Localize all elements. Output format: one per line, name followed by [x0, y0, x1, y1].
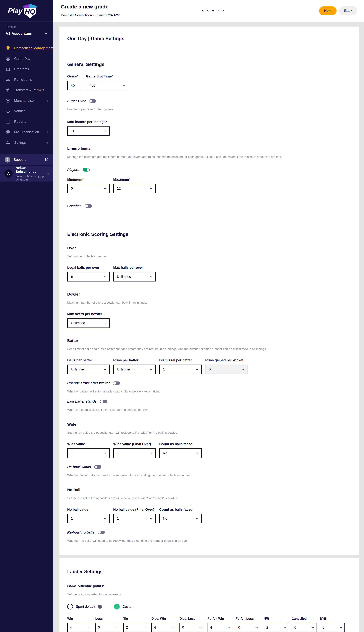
- overs-input[interactable]: 40: [67, 81, 82, 90]
- select-value: 2: [126, 626, 128, 630]
- runs-per-batter-select[interactable]: Unlimited: [113, 364, 156, 374]
- tie-select[interactable]: 2: [123, 623, 148, 632]
- sidebar-item-transfers-permits[interactable]: Transfers & Permits: [0, 85, 53, 96]
- page-title: Create a new grade: [61, 4, 108, 10]
- chevron-down-icon: [199, 626, 202, 628]
- legal-balls-select[interactable]: 6: [67, 272, 110, 282]
- back-button[interactable]: Back: [339, 6, 358, 15]
- chevron-down-icon: [115, 626, 118, 628]
- last-batter-help: When the tenth wicket falls, the last ba…: [67, 408, 350, 412]
- sidebar-item-label: Programs: [14, 67, 48, 71]
- logo-text: Play: [8, 6, 22, 15]
- chevron-down-icon: [340, 626, 342, 628]
- forfeit-win-select[interactable]: 4: [208, 623, 232, 632]
- main-content: One Day | Game Settings General Settings…: [59, 26, 359, 632]
- select-value: No: [163, 516, 167, 520]
- scoreboard-icon: [6, 56, 10, 61]
- no-ball-count-select[interactable]: No: [159, 514, 202, 524]
- outcome-field-cancelled: Cancelled0: [292, 617, 316, 632]
- sidebar-item-programs[interactable]: Programs: [0, 64, 53, 74]
- wide-count-select[interactable]: No: [159, 448, 202, 458]
- select-value: 4: [70, 626, 72, 630]
- radio-icon[interactable]: [67, 604, 73, 610]
- change-strike-toggle[interactable]: [113, 382, 120, 385]
- sidebar-item-reports[interactable]: Reports: [0, 116, 53, 127]
- chevron-down-icon: [150, 275, 152, 278]
- max-batters-select[interactable]: 11: [67, 126, 110, 136]
- sidebar-item-venues[interactable]: Venues: [0, 106, 53, 116]
- custom-option[interactable]: Custom: [114, 604, 134, 610]
- no-ball-final-over-select[interactable]: 1: [113, 514, 156, 524]
- runs-per-batter-field: Runs per batter Unlimited: [113, 358, 156, 374]
- sidebar-item-merchandise[interactable]: Merchandise+: [0, 96, 53, 106]
- change-strike-label: Change strike after wicket: [67, 381, 110, 385]
- bye-select[interactable]: 0: [320, 623, 344, 632]
- chevron-down-icon: [104, 129, 106, 132]
- field-label: Minimum*: [67, 178, 110, 182]
- sidebar-item-support[interactable]: ? Support: [0, 154, 53, 165]
- last-batter-label: Last batter stands: [67, 400, 97, 404]
- outcome-field-bye: BYE0: [320, 617, 344, 632]
- field-label: No ball value: [67, 508, 110, 512]
- sidebar-item-participants[interactable]: Participants: [0, 74, 53, 85]
- super-over-toggle[interactable]: [89, 99, 96, 103]
- chevron-down-icon: [104, 368, 106, 370]
- plus-icon[interactable]: +: [46, 98, 48, 103]
- wide-value-select[interactable]: 1: [67, 448, 110, 458]
- radio-label: Custom: [122, 605, 134, 608]
- info-icon[interactable]: [98, 605, 102, 608]
- loss-select[interactable]: 0: [95, 623, 120, 632]
- sidebar-item-my-organisation[interactable]: My Organisation+: [0, 127, 53, 138]
- wide-final-over-select[interactable]: 1: [113, 448, 156, 458]
- cancelled-select[interactable]: 0: [292, 623, 316, 632]
- chevron-down-icon: [227, 626, 230, 628]
- chevron-down-icon: [196, 368, 198, 370]
- no-ball-value-select[interactable]: 1: [67, 514, 110, 524]
- field-label: Overs*: [67, 74, 82, 78]
- runs-gained-per-wicket-select: 0: [205, 364, 248, 374]
- players-toggle[interactable]: [83, 168, 90, 172]
- over-help: Set number of balls in an over.: [67, 254, 350, 258]
- forfeit-loss-select[interactable]: 0: [236, 623, 260, 632]
- runs-gained-per-wicket-field: Runs gained per wicket 0: [205, 358, 248, 374]
- dismissal-per-batter-select[interactable]: 1: [159, 364, 202, 374]
- sidebar-item-competition-management[interactable]: Competition Management: [0, 43, 53, 54]
- plus-icon[interactable]: +: [46, 130, 48, 134]
- user-menu[interactable]: A Anban Subramoney anban.subramoney@play…: [0, 166, 53, 182]
- game-slot-time-select[interactable]: 480: [86, 81, 128, 90]
- disq-win-select[interactable]: 4: [152, 623, 176, 632]
- card-title: One Day | Game Settings: [67, 36, 350, 41]
- sidebar-item-game-day[interactable]: Game Day: [0, 54, 53, 64]
- wizard-stepper: [202, 10, 224, 12]
- n-r-select[interactable]: 2: [264, 623, 288, 632]
- sport-default-option[interactable]: Sport default: [67, 604, 102, 610]
- next-button[interactable]: Next: [319, 6, 337, 15]
- rebowl-no-balls-toggle[interactable]: [98, 531, 105, 534]
- maximum-select[interactable]: 12: [113, 184, 156, 194]
- select-value: 4: [154, 626, 156, 630]
- select-value: 0: [322, 626, 324, 630]
- plus-icon[interactable]: +: [46, 140, 48, 145]
- minimum-field: Minimum* 0: [67, 178, 110, 194]
- select-value: Unlimited: [71, 321, 85, 325]
- players-label: Players: [67, 168, 79, 172]
- radio-checked-icon[interactable]: [114, 604, 120, 610]
- rebowl-wides-toggle[interactable]: [94, 465, 101, 469]
- max-overs-select[interactable]: Unlimited: [67, 318, 110, 328]
- last-batter-toggle[interactable]: [100, 400, 107, 403]
- external-link-icon: [45, 158, 48, 162]
- max-balls-select[interactable]: Unlimited: [113, 272, 156, 282]
- minimum-select[interactable]: 0: [67, 184, 110, 194]
- chevron-down-icon: [46, 172, 50, 176]
- balls-per-batter-select[interactable]: Unlimited: [67, 364, 110, 374]
- win-select[interactable]: 4: [67, 623, 92, 632]
- sidebar: Play HQ Using as AS Association Competit…: [0, 0, 53, 632]
- disq-loss-select[interactable]: 0: [180, 623, 204, 632]
- field-label: Max overs per bowler: [67, 312, 110, 316]
- coaches-toggle[interactable]: [85, 204, 92, 208]
- sidebar-item-settings[interactable]: Settings+: [0, 138, 53, 148]
- select-value: 2: [266, 626, 268, 630]
- sidebar-item-label: Merchandise: [14, 99, 42, 103]
- field-label: Max batters per innings*: [67, 120, 110, 124]
- org-switcher[interactable]: Using as AS Association: [0, 22, 53, 40]
